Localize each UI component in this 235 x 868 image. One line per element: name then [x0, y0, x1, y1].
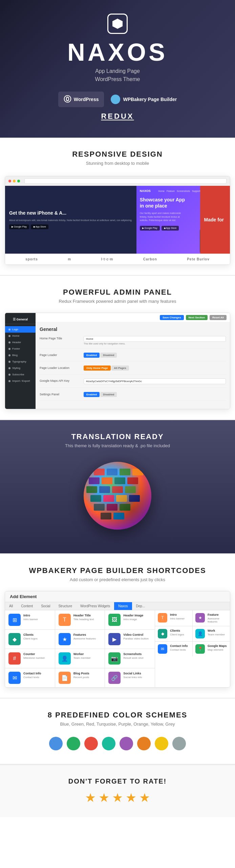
browser-dot-red [8, 180, 11, 182]
field-control-settings: Enabled Disabled [84, 392, 226, 397]
right-intro-info: Intro Intro banner [170, 613, 190, 620]
brand-peteburlov: Pete Burlov [187, 257, 210, 261]
hero-title: NAXOS [7, 40, 228, 64]
element-social[interactable]: 🔗 Social Links Social links info [105, 668, 155, 687]
sidebar-item-logo[interactable]: Logo [5, 326, 36, 333]
made-for-text: Made for [204, 217, 226, 222]
sidebar-dot [8, 354, 10, 356]
swatch-yellow[interactable] [155, 737, 168, 750]
reset-all-btn[interactable]: Reset All [210, 315, 227, 320]
counter-icon: # [8, 652, 21, 665]
element-video[interactable]: ▶ Video Control Parallax video button [105, 630, 155, 649]
element-features[interactable]: ★ Features Awesome features [55, 630, 105, 649]
right-worker-info: Work Team member [208, 629, 227, 636]
sidebar-dot [8, 374, 10, 376]
element-worker[interactable]: 👤 Worker Team member [55, 649, 105, 668]
page-loader-enabled[interactable]: Enabled [84, 353, 100, 358]
right-intro-name: Intro [170, 613, 190, 616]
right-worker-desc: Team member [208, 633, 227, 636]
swatch-red[interactable] [84, 737, 98, 750]
tab-naxos[interactable]: Naxos [114, 602, 132, 610]
page-loader-disabled[interactable]: Disabled [100, 353, 117, 358]
logo-inner-shape [112, 19, 123, 29]
star-4[interactable]: ★ [126, 791, 136, 805]
tab-structure[interactable]: Structure [54, 602, 76, 610]
clients-desc: Client logos [23, 637, 51, 640]
sidebar-item-blog[interactable]: Blog [5, 352, 36, 358]
right-element-feature[interactable]: ★ Feature Awesome features [193, 610, 230, 626]
swatch-grey[interactable] [172, 737, 186, 750]
element-blog[interactable]: 📄 Blog Posts Recent posts [55, 668, 105, 687]
element-intro[interactable]: ⊞ Intro Intro banner [5, 610, 55, 629]
rating-stars: ★ ★ ★ ★ ★ [7, 791, 228, 805]
redux-badge: REDUX [7, 112, 228, 121]
intro-info: Intro Intro banner [23, 614, 51, 621]
element-clients[interactable]: ◆ Clients Client logos [5, 630, 55, 649]
browser-dot-yellow [13, 180, 16, 182]
sidebar-item-typography[interactable]: Typography [5, 358, 36, 365]
swatch-green[interactable] [67, 737, 80, 750]
app-store-btn[interactable]: ◆ App Store [31, 224, 48, 229]
right-element-maps[interactable]: 📍 Google Maps Map element [193, 642, 230, 656]
hero-section: NAXOS App Landing Page WordPress Theme ⓪… [0, 0, 235, 138]
tab-all[interactable]: All [5, 602, 17, 610]
settings-enabled-btn[interactable]: Enabled [84, 392, 100, 397]
sidebar-item-styling[interactable]: Styling [5, 365, 36, 371]
header-image-name: Header Image [123, 614, 151, 617]
element-counter[interactable]: # Counter Milestone number [5, 649, 55, 668]
right-elements-grid: T Intro Intro banner ★ Feature Awesome f… [155, 610, 230, 656]
sidebar-item-header[interactable]: Header [5, 339, 36, 346]
demo-hero-content: Showcase your App in one place Our facil… [140, 197, 188, 231]
globe-container [0, 452, 235, 540]
settings-disabled-btn[interactable]: Disabled [100, 392, 117, 397]
add-element-dialog: Add Element All Content Social Structure… [5, 591, 230, 688]
element-contact[interactable]: ✉ Contact Info Contact texts [5, 668, 55, 687]
swatch-turquoise[interactable] [102, 737, 115, 750]
star-3[interactable]: ★ [112, 791, 123, 805]
header-title-desc: Title heading text [73, 618, 102, 621]
sidebar-item-home[interactable]: Home [5, 333, 36, 339]
right-element-clients2[interactable]: ◆ Clients Client logos [155, 626, 192, 641]
element-header-image[interactable]: 🖼 Header Image Intro image [105, 610, 155, 629]
right-element-contact2[interactable]: ✉ Contact Info Contact texts [155, 642, 192, 656]
browser-body: Get the new iPhone & A... About at lorem… [5, 186, 230, 254]
element-tabs: All Content Social Structure WordPress W… [5, 602, 230, 610]
header-image-icon: 🖼 [108, 614, 121, 626]
star-1[interactable]: ★ [85, 791, 96, 805]
blog-icon: 📄 [59, 672, 71, 684]
browser-url-bar [24, 178, 227, 184]
tab-dep[interactable]: Dep... [132, 602, 149, 610]
showcase-google-btn[interactable]: ▶ Google Play [140, 226, 160, 231]
sidebar-item-footer[interactable]: Footer [5, 346, 36, 352]
loader-homepage-btn[interactable]: Only Home Page [84, 366, 111, 371]
get-iphone-heading: Get the new iPhone & A... [9, 210, 132, 216]
right-element-intro[interactable]: T Intro Intro banner [155, 610, 192, 626]
element-header-title[interactable]: T Header Title Title heading text [55, 610, 105, 629]
star-5[interactable]: ★ [139, 791, 150, 805]
home-title-input[interactable]: Home [84, 336, 226, 342]
tab-content[interactable]: Content [17, 602, 37, 610]
star-2[interactable]: ★ [99, 791, 109, 805]
next-section-btn[interactable]: Next Section [186, 315, 208, 320]
elements-grid: ⊞ Intro Intro banner T Header Title Titl… [5, 610, 155, 687]
element-screenshots[interactable]: 📷 Screenshots Result work shot [105, 649, 155, 668]
right-element-worker2[interactable]: 👤 Work Team member [193, 626, 230, 641]
loader-allpages-btn[interactable]: All Pages [111, 366, 129, 371]
tab-wp-widgets[interactable]: WordPress Widgets [76, 602, 114, 610]
swatch-purple[interactable] [120, 737, 133, 750]
sidebar-item-subscribe[interactable]: Subscribe [5, 371, 36, 378]
admin-sidebar-header: ☰ General [5, 316, 36, 324]
translation-section: TRANSLATION READY This theme is fully tr… [0, 420, 235, 553]
tab-social[interactable]: Social [37, 602, 54, 610]
save-changes-btn[interactable]: Save Changes [160, 315, 184, 320]
right-intro-desc: Intro banner [170, 617, 190, 620]
showcase-apple-btn[interactable]: ◆ App Store [162, 226, 179, 231]
gmaps-input[interactable]: AIzaSyCwtsDf7sCYH6jp5dDPFBcenjA2TimGc [84, 378, 226, 384]
loader-location-toggle: Only Home Page All Pages [84, 366, 226, 371]
google-play-btn[interactable]: ▶ Google Play [9, 224, 29, 229]
swatch-orange[interactable] [137, 737, 151, 750]
swatch-blue[interactable] [49, 737, 63, 750]
field-control-gmaps: AIzaSyCwtsDf7sCYH6jp5dDPFBcenjA2TimGc [84, 378, 226, 384]
sidebar-item-import[interactable]: Import / Export [5, 378, 36, 384]
nav-link-screenshots: Screenshots [177, 190, 190, 192]
